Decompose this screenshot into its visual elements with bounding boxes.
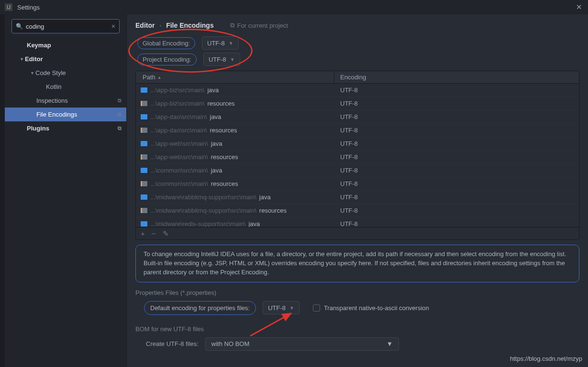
bom-dropdown[interactable]: with NO BOM ▼	[205, 337, 399, 351]
table-row[interactable]: ...\common\src\main\resourcesUTF-8	[136, 177, 579, 191]
project-encoding-dropdown[interactable]: UTF-8 ▼	[203, 53, 240, 66]
path-name: java	[207, 86, 219, 94]
transparent-ascii-label: Transparent native-to-ascii conversion	[324, 304, 429, 312]
properties-encoding-dropdown[interactable]: UTF-8 ▼	[263, 301, 300, 314]
chevron-down-icon: ▾	[18, 56, 25, 62]
close-icon[interactable]: ✕	[576, 3, 582, 11]
path-name: java	[248, 220, 260, 227]
sidebar: 🔍 × Keymap▾Editor▾Code StyleKotlinInspec…	[5, 14, 127, 367]
crumb-file-encodings: File Encodings	[166, 22, 214, 29]
chevron-down-icon: ▾	[29, 70, 35, 76]
caret-down-icon: ▼	[289, 305, 294, 311]
path-prefix: ...\midware\rabbitmq-support\src\main\	[150, 207, 256, 214]
path-prefix: ...\common\src\main\	[150, 167, 208, 174]
copy-icon: ⧉	[118, 125, 122, 131]
clear-icon[interactable]: ×	[111, 22, 115, 30]
col-encoding-header[interactable]: Encoding	[334, 74, 366, 81]
table-body[interactable]: ...\app-biz\src\main\javaUTF-8...\app-bi…	[136, 84, 579, 227]
row-encoding: UTF-8	[334, 100, 358, 107]
sidebar-item-label: Kotlin	[46, 83, 62, 90]
path-prefix: ...\app-biz\src\main\	[150, 100, 204, 107]
sidebar-item-editor[interactable]: ▾Editor	[5, 52, 126, 66]
path-prefix: ...\midware\rabbitmq-support\src\main\	[150, 194, 256, 201]
row-encoding: UTF-8	[334, 153, 358, 161]
table-row[interactable]: ...\midware\redis-support\src\main\javaU…	[136, 217, 579, 227]
encodings-table: Path▲ Encoding ...\app-biz\src\main\java…	[135, 71, 579, 240]
path-prefix: ...\common\src\main\	[150, 180, 208, 187]
table-row[interactable]: ...\app-web\src\main\javaUTF-8	[136, 137, 579, 151]
row-encoding: UTF-8	[334, 140, 358, 147]
search-input[interactable]	[26, 23, 111, 30]
path-name: resources	[207, 100, 234, 107]
row-encoding: UTF-8	[334, 220, 358, 227]
sidebar-item-label: Code Style	[35, 69, 66, 76]
scope-hint: ⧉ For current project	[230, 22, 288, 29]
crumb-editor: Editor	[135, 22, 155, 29]
watermark: https://blog.csdn.net/mzyp	[510, 355, 582, 362]
sidebar-item-keymap[interactable]: Keymap	[5, 38, 126, 52]
copy-icon: ⧉	[118, 97, 122, 104]
folder-java-icon	[141, 87, 147, 93]
table-row[interactable]: ...\app-web\src\main\resourcesUTF-8	[136, 151, 579, 164]
copy-icon: ⧉	[118, 111, 122, 118]
row-encoding: UTF-8	[334, 113, 358, 120]
edit-button[interactable]: ✎	[163, 229, 169, 238]
row-encoding: UTF-8	[334, 180, 358, 187]
transparent-ascii-checkbox[interactable]	[313, 304, 320, 312]
properties-encoding-label: Default encoding for properties files:	[144, 301, 256, 315]
table-row[interactable]: ...\midware\rabbitmq-support\src\main\re…	[136, 204, 579, 217]
folder-java-icon	[141, 168, 147, 173]
breadcrumb: Editor › File Encodings ⧉ For current pr…	[135, 14, 579, 36]
sidebar-item-label: Editor	[25, 55, 43, 63]
copy-icon: ⧉	[230, 22, 234, 29]
scope-hint-text: For current project	[237, 22, 288, 29]
sidebar-item-plugins[interactable]: Plugins⧉	[5, 121, 126, 135]
sidebar-item-label: Inspections	[36, 97, 68, 104]
sidebar-item-kotlin[interactable]: Kotlin	[5, 80, 126, 94]
row-encoding: UTF-8	[334, 86, 358, 94]
folder-java-icon	[141, 141, 147, 146]
left-strip	[0, 14, 5, 367]
folder-java-icon	[141, 221, 147, 227]
path-prefix: ...\app-biz\src\main\	[150, 86, 204, 94]
settings-tree: Keymap▾Editor▾Code StyleKotlinInspection…	[5, 38, 126, 135]
info-box: To change encoding IntelliJ IDEA uses fo…	[135, 245, 579, 282]
global-encoding-value: UTF-8	[207, 40, 225, 47]
path-name: resources	[211, 180, 238, 187]
content: Editor › File Encodings ⧉ For current pr…	[127, 14, 588, 367]
project-encoding-value: UTF-8	[209, 56, 226, 63]
sidebar-item-file-encodings[interactable]: File Encodings⧉	[5, 108, 126, 121]
table-row[interactable]: ...\app-dao\src\main\javaUTF-8	[136, 110, 579, 124]
col-path-header[interactable]: Path▲	[136, 71, 334, 83]
global-encoding-dropdown[interactable]: UTF-8 ▼	[202, 36, 239, 50]
add-button[interactable]: +	[141, 229, 145, 237]
path-prefix: ...\app-web\src\main\	[150, 140, 208, 147]
table-row[interactable]: ...\midware\rabbitmq-support\src\main\ja…	[136, 191, 579, 204]
table-footer: + − ✎	[136, 227, 579, 239]
path-name: java	[210, 113, 222, 120]
row-encoding: UTF-8	[334, 194, 358, 201]
properties-section-label: Properties Files (*.properties)	[135, 289, 579, 296]
table-row[interactable]: ...\app-biz\src\main\resourcesUTF-8	[136, 97, 579, 110]
chevron-right-icon: ›	[159, 22, 161, 28]
bom-value: with NO BOM	[211, 340, 249, 347]
path-prefix: ...\app-dao\src\main\	[150, 127, 207, 134]
sidebar-item-code-style[interactable]: ▾Code Style	[5, 66, 126, 80]
path-name: resources	[211, 153, 238, 161]
search-icon: 🔍	[16, 23, 23, 30]
sidebar-item-inspections[interactable]: Inspections⧉	[5, 94, 126, 108]
path-name: resources	[210, 127, 237, 134]
bom-label: Create UTF-8 files:	[146, 340, 199, 347]
search-input-wrap[interactable]: 🔍 ×	[11, 19, 120, 33]
row-encoding: UTF-8	[334, 207, 358, 214]
sidebar-item-label: Plugins	[27, 125, 49, 132]
global-encoding-label: Global Encoding:	[137, 37, 195, 49]
path-prefix: ...\app-web\src\main\	[150, 153, 208, 161]
table-row[interactable]: ...\app-dao\src\main\resourcesUTF-8	[136, 124, 579, 137]
row-encoding: UTF-8	[334, 127, 358, 134]
table-row[interactable]: ...\app-biz\src\main\javaUTF-8	[136, 84, 579, 97]
main: 🔍 × Keymap▾Editor▾Code StyleKotlinInspec…	[0, 14, 588, 367]
table-row[interactable]: ...\common\src\main\javaUTF-8	[136, 164, 579, 177]
sidebar-item-label: Keymap	[27, 42, 51, 49]
remove-button[interactable]: −	[152, 229, 156, 237]
